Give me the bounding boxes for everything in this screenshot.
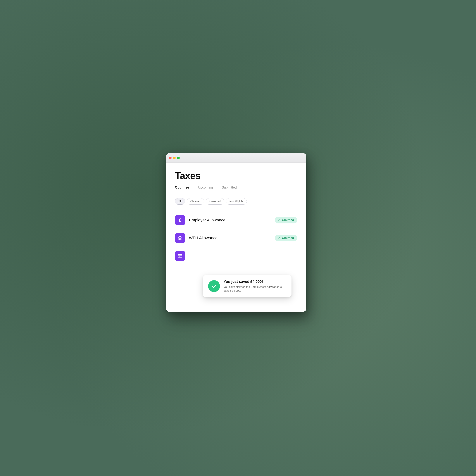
toast-body: You have claimed the Employment Allowanc…	[224, 285, 286, 293]
allowance-left-wfh: WFH Allowance	[175, 233, 218, 243]
toast-success-icon	[208, 280, 220, 292]
toast-container: You just saved £4,000! You have claimed …	[203, 275, 306, 297]
toast-title: You just saved £4,000!	[224, 279, 286, 284]
check-icon-employer: ✓	[278, 219, 280, 222]
page-title: Taxes	[175, 170, 297, 181]
maximize-button[interactable]	[177, 157, 180, 159]
claimed-label-wfh: Claimed	[282, 236, 294, 240]
allowance-item-wfh[interactable]: WFH Allowance ✓ Claimed	[175, 229, 297, 247]
claimed-badge-employer: ✓ Claimed	[275, 217, 297, 223]
allowance-icon-third	[175, 251, 185, 261]
allowance-name-wfh: WFH Allowance	[189, 236, 218, 240]
tab-optimise[interactable]: Optimise	[175, 186, 189, 192]
main-content: Taxes Optimise Upcoming Submitted All Cl…	[166, 163, 306, 312]
allowance-item-employer[interactable]: £ Employer Allowance ✓ Claimed	[175, 211, 297, 229]
filter-claimed[interactable]: Claimed	[187, 198, 204, 204]
allowance-name-employer: Employer Allowance	[189, 218, 225, 222]
app-window: Taxes Optimise Upcoming Submitted All Cl…	[166, 153, 306, 312]
minimize-button[interactable]	[173, 157, 176, 159]
tab-upcoming[interactable]: Upcoming	[198, 186, 213, 192]
check-icon-wfh: ✓	[278, 236, 280, 240]
allowance-icon-employer: £	[175, 215, 185, 225]
home-icon	[178, 236, 183, 240]
allowance-item-third[interactable]	[175, 247, 297, 265]
svg-rect-0	[178, 255, 182, 257]
close-button[interactable]	[169, 157, 171, 159]
traffic-lights	[169, 157, 180, 159]
checkmark-icon	[211, 283, 217, 289]
card-icon	[178, 254, 183, 258]
pound-icon: £	[179, 218, 181, 223]
claimed-label-employer: Claimed	[282, 218, 294, 222]
allowance-icon-wfh	[175, 233, 185, 243]
svg-rect-1	[179, 256, 180, 256]
tab-bar: Optimise Upcoming Submitted	[175, 186, 297, 192]
filter-not-eligible[interactable]: Not Eligible	[226, 198, 247, 204]
allowance-list: £ Employer Allowance ✓ Claimed	[175, 211, 297, 265]
claimed-badge-wfh: ✓ Claimed	[275, 235, 297, 241]
filter-unsorted[interactable]: Unsorted	[206, 198, 224, 204]
filter-all[interactable]: All	[175, 198, 185, 204]
title-bar	[166, 153, 306, 163]
filter-pills: All Claimed Unsorted Not Eligible	[175, 198, 297, 204]
allowance-left-employer: £ Employer Allowance	[175, 215, 225, 225]
toast-text-content: You just saved £4,000! You have claimed …	[224, 279, 286, 293]
app-window-container: Taxes Optimise Upcoming Submitted All Cl…	[166, 153, 310, 323]
toast-notification: You just saved £4,000! You have claimed …	[203, 275, 291, 297]
tab-submitted[interactable]: Submitted	[222, 186, 237, 192]
